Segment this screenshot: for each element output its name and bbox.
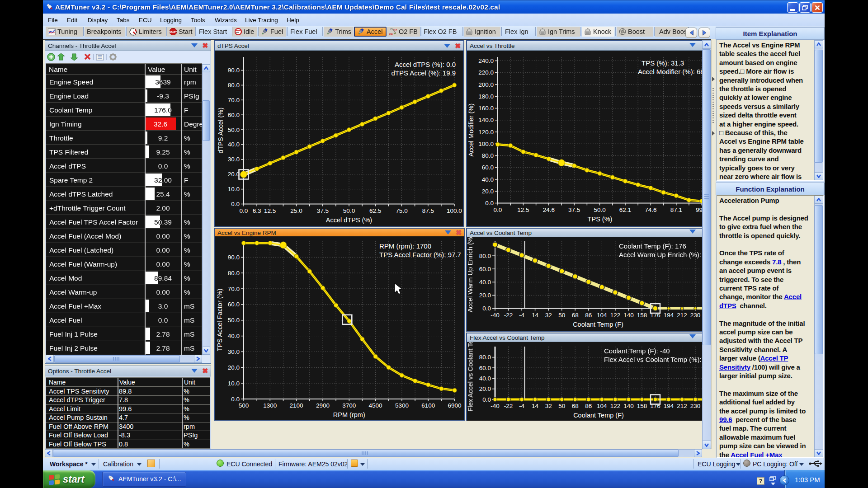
svg-text:30.0: 30.0 (228, 156, 240, 163)
svg-text:0.0: 0.0 (231, 396, 240, 403)
svg-text:0.0: 0.0 (240, 207, 248, 214)
svg-text:6.3: 6.3 (253, 207, 261, 214)
svg-text:40.0: 40.0 (228, 333, 240, 339)
svg-text:-22: -22 (504, 312, 513, 319)
svg-text:220.0: 220.0 (478, 69, 494, 76)
svg-text:68: 68 (572, 403, 579, 409)
svg-text:10.0: 10.0 (228, 186, 240, 192)
svg-text:TPS Accel Factor (%): 97.7: TPS Accel Factor (%): 97.7 (379, 251, 461, 258)
svg-text:212: 212 (677, 403, 687, 409)
svg-text:-4: -4 (519, 403, 524, 409)
svg-text:12.5: 12.5 (264, 207, 276, 214)
svg-text:75.0: 75.0 (396, 207, 407, 214)
svg-text:40.0: 40.0 (482, 176, 494, 183)
svg-text:32: 32 (545, 312, 552, 319)
svg-text:20.0: 20.0 (482, 188, 494, 195)
svg-text:TPS Accel Factor (%): TPS Accel Factor (%) (216, 289, 223, 352)
svg-text:87.1: 87.1 (670, 206, 682, 213)
svg-text:60.0: 60.0 (482, 164, 494, 171)
svg-text:37.5: 37.5 (317, 207, 329, 214)
svg-text:Coolant Temp (F): -40: Coolant Temp (F): -40 (604, 347, 670, 355)
svg-text:60.0: 60.0 (479, 365, 491, 371)
svg-text:50.0: 50.0 (228, 127, 240, 133)
svg-text:12.5: 12.5 (517, 206, 529, 213)
svg-text:5300: 5300 (395, 402, 409, 409)
svg-text:START: START (170, 31, 177, 33)
svg-text:Accel Modifier (%): 68: Accel Modifier (%): 68 (638, 68, 702, 75)
svg-text:0.0: 0.0 (231, 201, 240, 207)
svg-text:122: 122 (610, 312, 621, 319)
svg-text:-22: -22 (504, 403, 513, 409)
svg-text:194: 194 (664, 312, 674, 319)
svg-text:20.0: 20.0 (479, 385, 491, 392)
svg-text:194: 194 (664, 403, 674, 409)
svg-text:20.0: 20.0 (228, 171, 240, 178)
svg-text:24.6: 24.6 (543, 206, 555, 213)
svg-text:120.0: 120.0 (478, 129, 494, 136)
svg-text:Accel Warm Up Enrich (%): 0: Accel Warm Up Enrich (%): 0 (619, 251, 702, 258)
svg-text:40.0: 40.0 (479, 375, 491, 382)
svg-text:dTPS Accel (%): dTPS Accel (%) (217, 108, 224, 154)
svg-text:30.0: 30.0 (228, 348, 240, 355)
svg-text:0.0: 0.0 (482, 396, 491, 403)
svg-text:14: 14 (532, 312, 539, 319)
svg-text:90.0: 90.0 (228, 254, 240, 261)
svg-text:50: 50 (558, 403, 565, 409)
svg-text:-40: -40 (491, 312, 500, 319)
svg-text:1300: 1300 (263, 402, 277, 409)
svg-text:122: 122 (610, 403, 621, 409)
svg-text:Flex Accel vs Coolant Tem: Flex Accel vs Coolant Tem (467, 342, 474, 411)
svg-text:140.0: 140.0 (478, 117, 494, 123)
svg-text:TPS (%): TPS (%) (588, 216, 613, 223)
svg-text:Accel Modifier (%): Accel Modifier (%) (467, 103, 475, 157)
svg-text:RPM (rpm): 1700: RPM (rpm): 1700 (379, 242, 431, 250)
svg-text:240.0: 240.0 (478, 57, 494, 64)
svg-text:140: 140 (623, 312, 634, 319)
svg-text:40.0: 40.0 (228, 141, 240, 148)
svg-text:0.0: 0.0 (494, 206, 502, 213)
svg-text:104: 104 (597, 403, 607, 409)
svg-text:Accel dTPS (%): 0.0: Accel dTPS (%): 0.0 (395, 61, 456, 68)
svg-text:100.0: 100.0 (478, 141, 494, 147)
svg-text:Accel Warm Up Enrich (%: Accel Warm Up Enrich (% (467, 237, 474, 312)
svg-text:80.0: 80.0 (479, 253, 491, 259)
svg-text:70.0: 70.0 (228, 97, 240, 103)
svg-text:100.0: 100.0 (447, 207, 462, 214)
svg-text:90.0: 90.0 (228, 67, 240, 74)
svg-text:2900: 2900 (316, 402, 330, 409)
svg-text:180.0: 180.0 (478, 93, 494, 100)
svg-text:62.5: 62.5 (369, 207, 381, 214)
svg-text:25.0: 25.0 (290, 207, 302, 214)
svg-text:80.0: 80.0 (228, 82, 240, 89)
svg-text:0.0: 0.0 (482, 305, 491, 312)
svg-text:86: 86 (585, 403, 592, 409)
svg-text:74.6: 74.6 (645, 206, 656, 213)
svg-text:86: 86 (585, 312, 592, 319)
svg-text:99.6: 99.6 (696, 206, 702, 213)
svg-text:80.0: 80.0 (482, 152, 494, 159)
svg-text:60.0: 60.0 (228, 112, 240, 118)
svg-text:6100: 6100 (421, 402, 435, 409)
svg-text:200.0: 200.0 (478, 81, 494, 88)
svg-text:87.5: 87.5 (422, 207, 434, 214)
svg-text:10.0: 10.0 (228, 380, 240, 387)
svg-text:50.0: 50.0 (343, 207, 355, 214)
svg-text:50: 50 (558, 312, 565, 319)
svg-text:60.0: 60.0 (228, 301, 240, 308)
svg-text:80.0: 80.0 (479, 354, 491, 361)
svg-text:70.0: 70.0 (228, 286, 240, 292)
svg-text:6900: 6900 (448, 402, 462, 409)
svg-text:212: 212 (677, 312, 687, 319)
svg-text:Coolant Temp (F): 176: Coolant Temp (F): 176 (619, 242, 686, 250)
svg-text:-4: -4 (519, 312, 524, 319)
svg-text:TPS (%): 31.3: TPS (%): 31.3 (642, 59, 684, 67)
svg-text:50.0: 50.0 (228, 317, 240, 324)
svg-text:50.0: 50.0 (594, 206, 605, 213)
svg-text:500: 500 (239, 402, 249, 409)
svg-text:Coolant Temp (F): Coolant Temp (F) (573, 321, 623, 328)
svg-text:0.0: 0.0 (485, 200, 494, 206)
svg-text:Accel dTPS (%): Accel dTPS (%) (326, 216, 372, 224)
svg-text:-40: -40 (491, 403, 500, 409)
svg-text:40.0: 40.0 (479, 279, 491, 286)
svg-text:160.0: 160.0 (478, 105, 494, 112)
